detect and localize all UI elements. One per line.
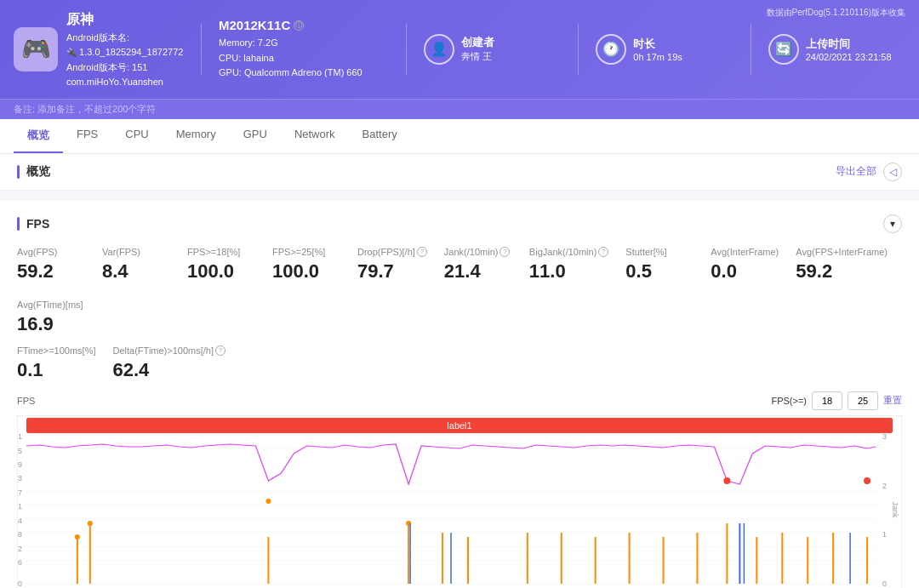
upload-icon: 🔄 (768, 34, 799, 65)
upload-content: 上传时间 24/02/2021 23:21:58 (806, 37, 892, 62)
tab-overview[interactable]: 概览 (14, 119, 63, 153)
creator-group: 👤 创建者 奔情 王 (424, 34, 561, 65)
fps-stats-row1: Avg(FPS) 59.2 Var(FPS) 8.4 FPS>=18[%] 10… (17, 247, 902, 335)
svg-text:6: 6 (18, 558, 22, 567)
device-info-icon[interactable]: ⓘ (294, 20, 304, 31)
bigjank-help-icon[interactable]: ? (598, 247, 608, 257)
svg-text:12: 12 (18, 545, 22, 553)
chart-controls: FPS FPS(>=) 重置 (17, 391, 902, 410)
threshold-input-2[interactable] (848, 391, 878, 410)
tab-memory[interactable]: Memory (163, 119, 230, 153)
main-content: 概览 导出全部 ◁ FPS ▾ Avg(FPS) 59.2 Var(FPS) 8… (0, 154, 919, 588)
threshold-input-1[interactable] (812, 391, 842, 410)
tab-network[interactable]: Network (281, 119, 349, 153)
stat-var-fps: Var(FPS) 8.4 (102, 247, 170, 283)
stat-delta-ftime: Delta(FTime)>100ms[/h] ? 62.4 (113, 345, 226, 381)
data-source-note: 数据由PerfDog(5.1.210116)版本收集 (767, 7, 905, 19)
upload-group: 🔄 上传时间 24/02/2021 23:21:58 (768, 34, 905, 65)
svg-text:0: 0 (18, 579, 22, 588)
creator-content: 创建者 奔情 王 (461, 35, 494, 63)
fps-chart-svg: label1 61 55 (18, 416, 901, 588)
stat-ftime-100: FTime>=100ms[%] 0.1 (17, 345, 96, 381)
android-name-label: Android版本名: (66, 31, 183, 46)
stat-avg-fps: Avg(FPS) 59.2 (17, 247, 85, 283)
fps-section-title: FPS (17, 217, 49, 231)
app-info: 🎮 原神 Android版本名: 🔌 1.3.0_1825294_1872772… (14, 9, 184, 90)
tab-cpu[interactable]: CPU (111, 119, 162, 153)
svg-text:55: 55 (18, 447, 22, 455)
svg-text:18: 18 (18, 530, 22, 539)
section-header: 概览 导出全部 ◁ (0, 154, 919, 191)
svg-point-33 (88, 521, 93, 526)
stat-fps-interframe: Avg(FPS+InterFrame) 59.2 (796, 247, 888, 283)
device-model: M2012K11C ⓘ (219, 18, 389, 32)
duration-icon: 🕐 (596, 34, 626, 65)
svg-text:3: 3 (882, 432, 887, 441)
svg-point-49 (723, 477, 730, 484)
android-version: Android版本号: 151 (66, 60, 183, 76)
tab-fps[interactable]: FPS (63, 119, 111, 153)
stat-ftime: Avg(FTime)[ms] 16.9 (17, 300, 85, 335)
stat-bigjank: BigJank(/10min) ? 11.0 (529, 247, 608, 283)
duration-group: 🕐 时长 0h 17m 19s (596, 34, 733, 65)
fps-stats-row2: FTime>=100ms[%] 0.1 Delta(FTime)>100ms[/… (17, 345, 902, 381)
export-button[interactable]: 导出全部 ◁ (836, 163, 902, 181)
version-code: 🔌 1.3.0_1825294_1872772 (66, 45, 183, 60)
header: 🎮 原神 Android版本名: 🔌 1.3.0_1825294_1872772… (0, 0, 919, 99)
svg-text:37: 37 (18, 488, 22, 497)
creator-icon: 👤 (424, 34, 454, 65)
svg-text:2: 2 (882, 482, 887, 490)
app-icon: 🎮 (14, 27, 58, 71)
fps-section-header: FPS ▾ (17, 214, 902, 233)
fps-threshold-controls: FPS(>=) 重置 (771, 391, 902, 410)
remark-text: 备注: 添加备注，不超过200个字符 (14, 104, 156, 114)
svg-point-58 (864, 477, 870, 484)
drop-help-icon[interactable]: ? (417, 247, 427, 257)
stat-fps-18: FPS>=18[%] 100.0 (187, 247, 255, 283)
fps-chart[interactable]: label1 61 55 (17, 415, 902, 588)
tab-battery[interactable]: Battery (349, 119, 411, 153)
divider-3 (578, 24, 579, 75)
stat-interframe: Avg(InterFrame) 0.0 (711, 247, 779, 283)
divider-1 (201, 24, 202, 75)
svg-text:label1: label1 (447, 420, 471, 431)
fps-section: FPS ▾ Avg(FPS) 59.2 Var(FPS) 8.4 FPS>=18… (0, 201, 919, 588)
svg-text:43: 43 (18, 474, 22, 482)
divider-4 (751, 24, 751, 75)
app-details: 原神 Android版本名: 🔌 1.3.0_1825294_1872772 A… (66, 9, 183, 90)
remark-bar: 备注: 添加备注，不超过200个字符 (0, 99, 919, 119)
reset-button[interactable]: 重置 (883, 394, 902, 407)
stat-fps-25: FPS>=25[%] 100.0 (272, 247, 340, 283)
app-name: 原神 (66, 9, 183, 31)
package-name: com.miHoYo.Yuanshen (66, 75, 183, 90)
device-info: M2012K11C ⓘ Memory: 7.2G CPU: lahaina GP… (219, 18, 389, 81)
duration-content: 时长 0h 17m 19s (633, 37, 682, 62)
stat-stutter: Stutter[%] 0.5 (625, 247, 694, 283)
stat-jank: Jank(/10min) ? 21.4 (444, 247, 512, 283)
fps-collapse-button[interactable]: ▾ (883, 214, 902, 233)
chart-y-label: FPS (17, 396, 35, 406)
svg-text:24: 24 (18, 517, 22, 525)
delta-help-icon[interactable]: ? (215, 345, 225, 356)
tabs-bar: 概览 FPS CPU Memory GPU Network Battery (0, 119, 919, 154)
svg-text:Jank: Jank (891, 501, 899, 518)
svg-text:1: 1 (882, 530, 887, 539)
svg-text:49: 49 (18, 460, 22, 469)
svg-text:31: 31 (18, 502, 22, 511)
collapse-button[interactable]: ◁ (883, 163, 902, 181)
section-title: 概览 (17, 164, 50, 180)
divider-2 (406, 24, 407, 75)
fps-chart-container: FPS FPS(>=) 重置 label1 (17, 391, 902, 588)
svg-point-31 (75, 534, 80, 539)
svg-text:0: 0 (882, 579, 887, 588)
tab-gpu[interactable]: GPU (230, 119, 281, 153)
svg-point-35 (265, 499, 271, 504)
stat-drop-fps: Drop(FPS)[/h] ? 79.7 (357, 247, 427, 283)
svg-text:61: 61 (18, 432, 22, 441)
jank-help-icon[interactable]: ? (499, 247, 510, 257)
device-stats: Memory: 7.2G CPU: lahaina GPU: Qualcomm … (219, 36, 389, 81)
